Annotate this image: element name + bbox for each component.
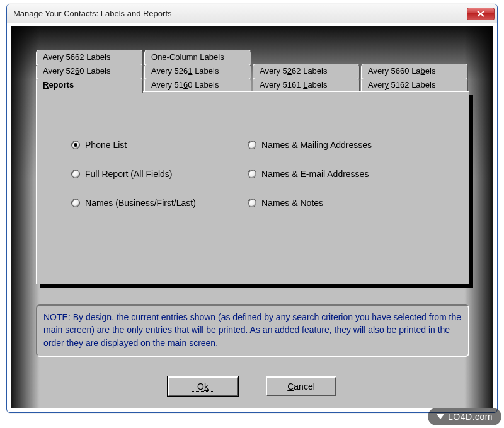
dialog-window: Manage Your Contacts: Labels and Reports… <box>6 4 498 413</box>
tab-reports[interactable]: Reports <box>36 78 143 93</box>
radio-icon <box>248 199 256 207</box>
radio-icon <box>71 170 80 178</box>
tab-one-column[interactable]: One-Column Labels <box>144 50 251 65</box>
close-button[interactable] <box>467 8 495 20</box>
note-text: NOTE: By design, the current entries sho… <box>43 312 461 348</box>
tab-avery-5260[interactable]: Avery 5260 Labels <box>36 64 143 79</box>
tab-avery-5162[interactable]: Avery 5162 Labels <box>361 78 468 93</box>
watermark: LO4D.com <box>428 408 501 425</box>
tab-row-middle: Avery 5260 Labels Avery 5261 Labels Aver… <box>36 64 469 79</box>
note-box: NOTE: By design, the current entries sho… <box>36 304 469 357</box>
radio-icon <box>248 141 256 149</box>
tab-avery-5261[interactable]: Avery 5261 Labels <box>144 64 251 79</box>
tab-stack: Avery 5662 Labels One-Column Labels Aver… <box>36 50 469 284</box>
ok-button[interactable]: Ok <box>168 376 238 396</box>
client-area: Avery 5662 Labels One-Column Labels Aver… <box>11 26 493 408</box>
tab-row-front: Reports Avery 5160 Labels Avery 5161 Lab… <box>36 78 469 93</box>
radio-names-mailing[interactable]: Names & Mailing Addresses <box>248 140 437 150</box>
close-icon <box>477 11 484 17</box>
tab-avery-5660[interactable]: Avery 5660 Labels <box>361 64 468 79</box>
tab-avery-5662[interactable]: Avery 5662 Labels <box>36 50 143 65</box>
radio-icon <box>71 199 80 207</box>
report-options: Phone List Names & Mailing Addresses Ful… <box>71 140 437 208</box>
cancel-button[interactable]: Cancel <box>266 376 336 396</box>
window-title: Manage Your Contacts: Labels and Reports <box>13 9 467 18</box>
radio-phone-list[interactable]: Phone List <box>71 140 248 150</box>
titlebar: Manage Your Contacts: Labels and Reports <box>7 4 497 23</box>
tab-avery-5262[interactable]: Avery 5262 Labels <box>253 64 360 79</box>
radio-icon <box>71 141 80 149</box>
tab-avery-5161[interactable]: Avery 5161 Labels <box>253 78 360 93</box>
tab-panel-reports: Phone List Names & Mailing Addresses Ful… <box>36 91 469 284</box>
download-icon <box>437 414 444 419</box>
radio-names-email[interactable]: Names & E-mail Addresses <box>248 169 437 179</box>
watermark-text: LO4D.com <box>448 412 493 422</box>
button-row: Ok Cancel <box>11 376 493 396</box>
radio-icon <box>248 170 256 178</box>
radio-names-only[interactable]: Names (Business/First/Last) <box>71 198 248 208</box>
tab-row-back: Avery 5662 Labels One-Column Labels <box>36 50 469 65</box>
tab-avery-5160[interactable]: Avery 5160 Labels <box>144 78 251 93</box>
radio-names-notes[interactable]: Names & Notes <box>248 198 437 208</box>
radio-full-report[interactable]: Full Report (All Fields) <box>71 169 248 179</box>
